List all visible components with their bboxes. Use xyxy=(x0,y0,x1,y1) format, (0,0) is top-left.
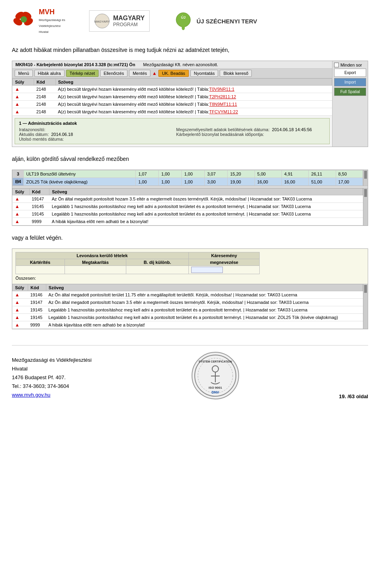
error-code: 19145 xyxy=(28,306,46,314)
magyary-icon: MAGYARY xyxy=(94,13,110,29)
cell-name: ZOL25 Tök (kivéve olajkökmag) xyxy=(24,178,136,186)
ss3-form-table: Levonásra kerülő tételek Káresemény Kárt… xyxy=(15,252,260,274)
error-row: ▲ 9999 A hibák kijavítása előtt nem adha… xyxy=(13,218,363,225)
label-karb: Kárbejelentő bizonylat beadásának időpon… xyxy=(176,132,264,137)
col-weight: Súly xyxy=(13,284,28,291)
ss3-error-table: Súly Kód Szöveg ▲ 19146 Az Ön által mega… xyxy=(12,284,363,329)
svg-point-7 xyxy=(176,13,190,27)
table-link[interactable]: T0V9NR11:1 xyxy=(209,87,235,92)
error-scrollbar-thumb[interactable] xyxy=(364,189,367,197)
szechenyi-icon: ÚJ xyxy=(173,11,193,31)
megtakarites-header: Megtakarítás xyxy=(65,259,126,266)
terkep-nezet-button[interactable]: Térkép nézet xyxy=(66,70,99,77)
cell-v9: 17,00 xyxy=(336,178,363,186)
minden-sor-row: Minden sor xyxy=(334,63,366,67)
ss2-data-table: 3 ULT19 Borszőlő ültetvény 1,07 1,00 1,0… xyxy=(12,170,363,186)
col-weight: Súly xyxy=(13,189,30,195)
error-row: ▲ 19145 Legalább 1 hasznosítás pontosítá… xyxy=(13,203,363,210)
error-weight: ▲ xyxy=(13,210,30,218)
ss1-topbar: MKR410 - Kárbejelentő bizonylat 2014 3.3… xyxy=(12,61,332,69)
footer-link[interactable]: www.mvh.gov.hu xyxy=(12,392,50,398)
import-button[interactable]: Import xyxy=(334,78,366,86)
menu-button[interactable]: Menü xyxy=(15,70,33,77)
error-code: 19145 xyxy=(29,210,49,218)
nyomtatas-button[interactable]: Nyomtatás xyxy=(190,70,218,77)
section-text2: vagy a felület végén. xyxy=(12,234,368,242)
karesemeny-input[interactable] xyxy=(191,267,223,273)
ss1-error-table: Súly Kód Szöveg ▲ 2148 A(z) becsült tárg… xyxy=(12,78,332,116)
error-weight: ▲ xyxy=(13,306,28,314)
error-scrollbar[interactable] xyxy=(363,188,368,225)
cell-name: ULT19 Borszőlő ültetvény xyxy=(24,170,136,178)
error-text: Az Ön által megadott pontosított hozam 3… xyxy=(46,299,363,306)
error-text: Az Ön által megadott pontosított terület… xyxy=(46,291,363,299)
col-text: Szöveg xyxy=(55,79,332,86)
vertical-scrollbar[interactable] xyxy=(363,170,368,186)
karesemeny-header: Káresemény xyxy=(189,252,260,259)
col-code: Kód xyxy=(29,189,49,195)
szechenyi-text: ÚJ SZÉCHENYI TERV xyxy=(196,18,257,25)
error-code: 2148 xyxy=(34,93,56,101)
logo-magyary: MAGYARY MAGYARY PROGRAM xyxy=(89,10,150,32)
error-row: ▲ 19145 Legalább 1 hasznosítás pontosítá… xyxy=(13,314,363,321)
table-link[interactable]: T8N9MT11:11 xyxy=(209,102,237,107)
error-weight: ▲ xyxy=(13,93,34,101)
error-text: Legalább 1 hasznosítás pontosításhoz meg… xyxy=(49,203,363,210)
error-weight: ▲ xyxy=(13,86,34,93)
cell-v8: 26,11 xyxy=(309,170,336,178)
value-megszem: 2014.06.18 14:45:56 xyxy=(272,127,312,132)
error-code: 2148 xyxy=(34,86,56,93)
beadas-button[interactable]: UK. Beadás xyxy=(158,70,189,77)
footer-org4: Tel.: 374-3603; 374-3604 xyxy=(12,382,91,391)
megnevezese-header: megnevezése xyxy=(189,259,260,266)
form-cell xyxy=(189,266,260,274)
ss1-topbar-info: Mezőgazdasági Kft. néven azonosított. xyxy=(143,62,218,67)
error-text: Az Ön által megadott pontosított hozam 3… xyxy=(49,195,363,203)
error-code: 19145 xyxy=(29,203,49,210)
admin-title: 1 — Adminisztrációs adatok xyxy=(19,121,325,126)
cell-v7: 16,00 xyxy=(282,178,309,186)
error-weight: ▲ xyxy=(13,299,28,306)
scrollbar-thumb[interactable] xyxy=(364,171,367,179)
mentes-button[interactable]: Mentés xyxy=(129,70,150,77)
error-row: ▲ 19145 Legalább 1 hasznosítás pontosítá… xyxy=(13,306,363,314)
svg-text:SYSTEM CERTIFICATION: SYSTEM CERTIFICATION xyxy=(199,360,232,363)
ss1-menubar[interactable]: Menü Hibák alulra Térkép nézet Ellenőrzé… xyxy=(12,69,332,78)
cell-v5: 15,20 xyxy=(228,170,255,178)
cell-v4: 3,00 xyxy=(205,178,228,186)
minden-sor-checkbox[interactable] xyxy=(334,63,339,67)
ss3-form-table-container: Levonásra kerülő tételek Káresemény Kárt… xyxy=(15,252,365,281)
warning-icon-menubar: ▲ xyxy=(152,71,157,76)
error-row: ▲ 19147 Az Ön által megadott pontosított… xyxy=(13,195,363,203)
levonasra-header: Levonásra kerülő tételek xyxy=(16,252,189,259)
screenshot1: MKR410 - Kárbejelentő bizonylat 2014 3.3… xyxy=(12,61,368,147)
hibak-alulra-button[interactable]: Hibák alulra xyxy=(34,70,65,77)
page-container: MVH Mezőgazdasági és Vidékfejlesztési Hi… xyxy=(0,0,380,407)
col-weight: Súly xyxy=(13,79,34,86)
error-row: ▲ 19145 Legalább 1 hasznosítás pontosítá… xyxy=(13,210,363,218)
error-code: 19147 xyxy=(28,299,46,306)
cell-v6: 16,00 xyxy=(255,178,281,186)
table-link[interactable]: TFCVYM11:22 xyxy=(209,109,238,114)
ss3-scrollbar-thumb[interactable] xyxy=(364,285,367,293)
ss1-topbar-title: MKR410 - Kárbejelentő bizonylat 2014 3.3… xyxy=(15,62,135,67)
footer-left: Mezőgazdasági és Vidékfejlesztési Hivata… xyxy=(12,356,91,399)
ellenorzes-button[interactable]: Ellenőrzés xyxy=(100,70,127,77)
blokk-kereso-button[interactable]: Blokk kereső xyxy=(220,70,252,77)
admin-row-iratazonosito: Iratazonosító: xyxy=(19,127,168,132)
form-total: Összesen: xyxy=(15,276,365,281)
col-code: Kód xyxy=(34,79,56,86)
error-code: 2148 xyxy=(34,101,56,108)
svg-text:ISO 9001: ISO 9001 xyxy=(209,386,222,389)
error-row: ▲ 2148 A(z) becsült tárgyévi hozam káres… xyxy=(13,101,332,108)
full-spatial-button[interactable]: Full Spatial xyxy=(334,88,366,96)
export-button[interactable]: Export xyxy=(334,69,366,77)
section-text1: alján, külön gördítő sávval rendelkező m… xyxy=(12,155,368,163)
ss3-error-main: Súly Kód Szöveg ▲ 19146 Az Ön által mega… xyxy=(12,284,363,329)
table-link[interactable]: T2PH2811:12 xyxy=(209,94,236,99)
form-data-row xyxy=(16,266,260,274)
error-weight: ▲ xyxy=(13,321,28,329)
error-code: 19147 xyxy=(29,195,49,203)
value-aktualis: 2014.06.18 xyxy=(51,132,73,137)
ss3-scrollbar[interactable] xyxy=(363,284,368,329)
